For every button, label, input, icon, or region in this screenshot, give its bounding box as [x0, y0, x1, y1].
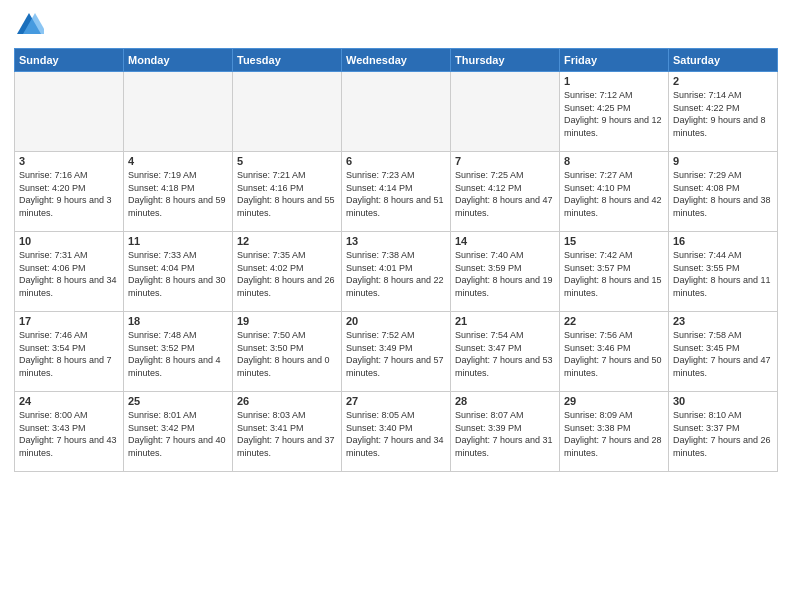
day-info: Sunrise: 7:35 AMSunset: 4:02 PMDaylight:… — [237, 249, 337, 299]
day-cell: 2Sunrise: 7:14 AMSunset: 4:22 PMDaylight… — [669, 72, 778, 152]
day-info: Sunrise: 8:03 AMSunset: 3:41 PMDaylight:… — [237, 409, 337, 459]
day-info: Sunrise: 7:54 AMSunset: 3:47 PMDaylight:… — [455, 329, 555, 379]
day-cell — [124, 72, 233, 152]
day-cell: 6Sunrise: 7:23 AMSunset: 4:14 PMDaylight… — [342, 152, 451, 232]
day-number: 9 — [673, 155, 773, 167]
weekday-monday: Monday — [124, 49, 233, 72]
day-info: Sunrise: 7:21 AMSunset: 4:16 PMDaylight:… — [237, 169, 337, 219]
day-number: 16 — [673, 235, 773, 247]
day-cell: 16Sunrise: 7:44 AMSunset: 3:55 PMDayligh… — [669, 232, 778, 312]
day-cell: 21Sunrise: 7:54 AMSunset: 3:47 PMDayligh… — [451, 312, 560, 392]
day-cell — [15, 72, 124, 152]
day-info: Sunrise: 7:29 AMSunset: 4:08 PMDaylight:… — [673, 169, 773, 219]
day-cell: 8Sunrise: 7:27 AMSunset: 4:10 PMDaylight… — [560, 152, 669, 232]
day-info: Sunrise: 7:12 AMSunset: 4:25 PMDaylight:… — [564, 89, 664, 139]
day-number: 21 — [455, 315, 555, 327]
day-number: 26 — [237, 395, 337, 407]
day-cell: 24Sunrise: 8:00 AMSunset: 3:43 PMDayligh… — [15, 392, 124, 472]
day-cell: 28Sunrise: 8:07 AMSunset: 3:39 PMDayligh… — [451, 392, 560, 472]
day-info: Sunrise: 7:48 AMSunset: 3:52 PMDaylight:… — [128, 329, 228, 379]
calendar-table: SundayMondayTuesdayWednesdayThursdayFrid… — [14, 48, 778, 472]
day-cell: 13Sunrise: 7:38 AMSunset: 4:01 PMDayligh… — [342, 232, 451, 312]
day-cell: 29Sunrise: 8:09 AMSunset: 3:38 PMDayligh… — [560, 392, 669, 472]
day-info: Sunrise: 7:38 AMSunset: 4:01 PMDaylight:… — [346, 249, 446, 299]
day-info: Sunrise: 7:31 AMSunset: 4:06 PMDaylight:… — [19, 249, 119, 299]
day-cell: 4Sunrise: 7:19 AMSunset: 4:18 PMDaylight… — [124, 152, 233, 232]
weekday-saturday: Saturday — [669, 49, 778, 72]
day-info: Sunrise: 7:58 AMSunset: 3:45 PMDaylight:… — [673, 329, 773, 379]
day-cell: 14Sunrise: 7:40 AMSunset: 3:59 PMDayligh… — [451, 232, 560, 312]
day-cell: 26Sunrise: 8:03 AMSunset: 3:41 PMDayligh… — [233, 392, 342, 472]
day-info: Sunrise: 7:23 AMSunset: 4:14 PMDaylight:… — [346, 169, 446, 219]
day-cell: 23Sunrise: 7:58 AMSunset: 3:45 PMDayligh… — [669, 312, 778, 392]
day-info: Sunrise: 7:25 AMSunset: 4:12 PMDaylight:… — [455, 169, 555, 219]
day-cell: 22Sunrise: 7:56 AMSunset: 3:46 PMDayligh… — [560, 312, 669, 392]
day-number: 15 — [564, 235, 664, 247]
day-info: Sunrise: 8:10 AMSunset: 3:37 PMDaylight:… — [673, 409, 773, 459]
day-cell: 9Sunrise: 7:29 AMSunset: 4:08 PMDaylight… — [669, 152, 778, 232]
day-info: Sunrise: 7:27 AMSunset: 4:10 PMDaylight:… — [564, 169, 664, 219]
day-number: 24 — [19, 395, 119, 407]
day-number: 7 — [455, 155, 555, 167]
day-cell — [233, 72, 342, 152]
day-cell — [342, 72, 451, 152]
week-row-4: 24Sunrise: 8:00 AMSunset: 3:43 PMDayligh… — [15, 392, 778, 472]
day-info: Sunrise: 7:46 AMSunset: 3:54 PMDaylight:… — [19, 329, 119, 379]
day-info: Sunrise: 8:00 AMSunset: 3:43 PMDaylight:… — [19, 409, 119, 459]
day-number: 12 — [237, 235, 337, 247]
day-number: 17 — [19, 315, 119, 327]
day-cell: 1Sunrise: 7:12 AMSunset: 4:25 PMDaylight… — [560, 72, 669, 152]
day-number: 28 — [455, 395, 555, 407]
day-number: 30 — [673, 395, 773, 407]
day-number: 3 — [19, 155, 119, 167]
weekday-wednesday: Wednesday — [342, 49, 451, 72]
weekday-thursday: Thursday — [451, 49, 560, 72]
day-info: Sunrise: 7:44 AMSunset: 3:55 PMDaylight:… — [673, 249, 773, 299]
day-info: Sunrise: 7:50 AMSunset: 3:50 PMDaylight:… — [237, 329, 337, 379]
week-row-1: 3Sunrise: 7:16 AMSunset: 4:20 PMDaylight… — [15, 152, 778, 232]
day-number: 23 — [673, 315, 773, 327]
day-number: 19 — [237, 315, 337, 327]
day-info: Sunrise: 8:09 AMSunset: 3:38 PMDaylight:… — [564, 409, 664, 459]
day-number: 22 — [564, 315, 664, 327]
day-cell: 5Sunrise: 7:21 AMSunset: 4:16 PMDaylight… — [233, 152, 342, 232]
weekday-friday: Friday — [560, 49, 669, 72]
day-cell: 18Sunrise: 7:48 AMSunset: 3:52 PMDayligh… — [124, 312, 233, 392]
day-cell: 11Sunrise: 7:33 AMSunset: 4:04 PMDayligh… — [124, 232, 233, 312]
logo-icon — [14, 10, 44, 40]
day-number: 2 — [673, 75, 773, 87]
day-info: Sunrise: 8:07 AMSunset: 3:39 PMDaylight:… — [455, 409, 555, 459]
weekday-header-row: SundayMondayTuesdayWednesdayThursdayFrid… — [15, 49, 778, 72]
day-number: 4 — [128, 155, 228, 167]
day-cell: 3Sunrise: 7:16 AMSunset: 4:20 PMDaylight… — [15, 152, 124, 232]
day-info: Sunrise: 7:19 AMSunset: 4:18 PMDaylight:… — [128, 169, 228, 219]
week-row-3: 17Sunrise: 7:46 AMSunset: 3:54 PMDayligh… — [15, 312, 778, 392]
day-info: Sunrise: 7:33 AMSunset: 4:04 PMDaylight:… — [128, 249, 228, 299]
header — [14, 10, 778, 40]
day-cell: 20Sunrise: 7:52 AMSunset: 3:49 PMDayligh… — [342, 312, 451, 392]
day-number: 11 — [128, 235, 228, 247]
weekday-tuesday: Tuesday — [233, 49, 342, 72]
day-info: Sunrise: 7:40 AMSunset: 3:59 PMDaylight:… — [455, 249, 555, 299]
day-cell: 25Sunrise: 8:01 AMSunset: 3:42 PMDayligh… — [124, 392, 233, 472]
day-cell: 27Sunrise: 8:05 AMSunset: 3:40 PMDayligh… — [342, 392, 451, 472]
day-number: 1 — [564, 75, 664, 87]
day-info: Sunrise: 7:52 AMSunset: 3:49 PMDaylight:… — [346, 329, 446, 379]
day-info: Sunrise: 7:16 AMSunset: 4:20 PMDaylight:… — [19, 169, 119, 219]
day-number: 20 — [346, 315, 446, 327]
day-number: 27 — [346, 395, 446, 407]
day-cell: 10Sunrise: 7:31 AMSunset: 4:06 PMDayligh… — [15, 232, 124, 312]
day-number: 10 — [19, 235, 119, 247]
week-row-0: 1Sunrise: 7:12 AMSunset: 4:25 PMDaylight… — [15, 72, 778, 152]
day-cell: 12Sunrise: 7:35 AMSunset: 4:02 PMDayligh… — [233, 232, 342, 312]
day-info: Sunrise: 7:14 AMSunset: 4:22 PMDaylight:… — [673, 89, 773, 139]
day-number: 13 — [346, 235, 446, 247]
day-info: Sunrise: 8:05 AMSunset: 3:40 PMDaylight:… — [346, 409, 446, 459]
day-cell: 17Sunrise: 7:46 AMSunset: 3:54 PMDayligh… — [15, 312, 124, 392]
day-cell — [451, 72, 560, 152]
day-cell: 30Sunrise: 8:10 AMSunset: 3:37 PMDayligh… — [669, 392, 778, 472]
day-number: 25 — [128, 395, 228, 407]
day-number: 6 — [346, 155, 446, 167]
day-info: Sunrise: 7:56 AMSunset: 3:46 PMDaylight:… — [564, 329, 664, 379]
logo — [14, 10, 48, 40]
